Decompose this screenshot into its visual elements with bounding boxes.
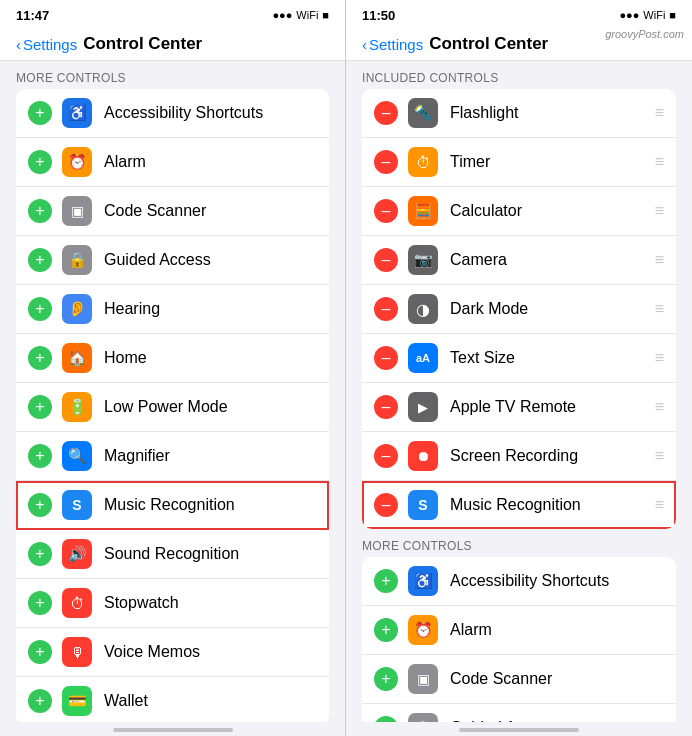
- list-item-calculator[interactable]: – 🧮 Calculator ≡: [362, 187, 676, 236]
- list-item-hearing[interactable]: + 👂 Hearing: [16, 285, 329, 334]
- signal-icon-right: ●●●: [619, 9, 639, 21]
- item-label-camera: Camera: [450, 251, 647, 269]
- app-icon-camera: 📷: [408, 245, 438, 275]
- item-label-code-scanner-r: Code Scanner: [450, 670, 664, 688]
- item-label-apple-tv-remote: Apple TV Remote: [450, 398, 647, 416]
- list-item-music-recognition[interactable]: + S Music Recognition: [16, 481, 329, 530]
- time-left: 11:47: [16, 8, 49, 23]
- list-item-camera[interactable]: – 📷 Camera ≡: [362, 236, 676, 285]
- list-item-code-scanner-r[interactable]: + ▣ Code Scanner: [362, 655, 676, 704]
- back-chevron-left: ‹: [16, 36, 21, 53]
- status-bar-right: 11:50 ●●● WiFi ■: [346, 0, 692, 28]
- list-item-voice-memos[interactable]: + 🎙 Voice Memos: [16, 628, 329, 677]
- app-icon-flashlight: 🔦: [408, 98, 438, 128]
- app-icon-hearing: 👂: [62, 294, 92, 324]
- back-button-right[interactable]: ‹ Settings: [362, 36, 423, 53]
- list-item-dark-mode[interactable]: – ◑ Dark Mode ≡: [362, 285, 676, 334]
- page-title-right: Control Center: [429, 34, 548, 54]
- add-btn-music-recognition[interactable]: +: [28, 493, 52, 517]
- list-item-accessibility-shortcuts-r[interactable]: + ♿ Accessibility Shortcuts: [362, 557, 676, 606]
- list-item-home[interactable]: + 🏠 Home: [16, 334, 329, 383]
- list-item-wallet[interactable]: + 💳 Wallet: [16, 677, 329, 722]
- add-btn-code-scanner-r[interactable]: +: [374, 667, 398, 691]
- list-item-screen-recording[interactable]: – ⏺ Screen Recording ≡: [362, 432, 676, 481]
- app-icon-wallet: 💳: [62, 686, 92, 716]
- drag-handle-screen-recording[interactable]: ≡: [655, 447, 664, 465]
- add-btn-home[interactable]: +: [28, 346, 52, 370]
- app-icon-sound-recognition: 🔊: [62, 539, 92, 569]
- app-icon-low-power-mode: 🔋: [62, 392, 92, 422]
- remove-btn-screen-recording[interactable]: –: [374, 444, 398, 468]
- remove-btn-calculator[interactable]: –: [374, 199, 398, 223]
- app-icon-dark-mode: ◑: [408, 294, 438, 324]
- more-section-header-right: MORE CONTROLS: [346, 529, 692, 557]
- list-item-apple-tv-remote[interactable]: – ▶ Apple TV Remote ≡: [362, 383, 676, 432]
- add-btn-guided-access[interactable]: +: [28, 248, 52, 272]
- remove-btn-timer[interactable]: –: [374, 150, 398, 174]
- drag-handle-flashlight[interactable]: ≡: [655, 104, 664, 122]
- add-btn-alarm[interactable]: +: [28, 150, 52, 174]
- add-btn-sound-recognition[interactable]: +: [28, 542, 52, 566]
- list-item-stopwatch[interactable]: + ⏱ Stopwatch: [16, 579, 329, 628]
- item-label-text-size: Text Size: [450, 349, 647, 367]
- status-icons-left: ●●● WiFi ■: [272, 9, 329, 21]
- list-item-code-scanner[interactable]: + ▣ Code Scanner: [16, 187, 329, 236]
- add-btn-code-scanner[interactable]: +: [28, 199, 52, 223]
- list-item-alarm-r[interactable]: + ⏰ Alarm: [362, 606, 676, 655]
- add-btn-alarm-r[interactable]: +: [374, 618, 398, 642]
- list-item-alarm[interactable]: + ⏰ Alarm: [16, 138, 329, 187]
- add-btn-hearing[interactable]: +: [28, 297, 52, 321]
- item-label-guided-access: Guided Access: [104, 251, 317, 269]
- add-btn-voice-memos[interactable]: +: [28, 640, 52, 664]
- add-btn-accessibility-shortcuts-r[interactable]: +: [374, 569, 398, 593]
- list-item-sound-recognition[interactable]: + 🔊 Sound Recognition: [16, 530, 329, 579]
- app-icon-magnifier: 🔍: [62, 441, 92, 471]
- more-controls-list-right: + ♿ Accessibility Shortcuts + ⏰ Alarm + …: [362, 557, 676, 722]
- watermark: groovyPost.com: [605, 28, 684, 40]
- remove-btn-text-size[interactable]: –: [374, 346, 398, 370]
- back-button-left[interactable]: ‹ Settings: [16, 36, 77, 53]
- drag-handle-text-size[interactable]: ≡: [655, 349, 664, 367]
- list-item-guided-access[interactable]: + 🔒 Guided Access: [16, 236, 329, 285]
- list-item-accessibility-shortcuts[interactable]: + ♿ Accessibility Shortcuts: [16, 89, 329, 138]
- list-item-timer[interactable]: – ⏱ Timer ≡: [362, 138, 676, 187]
- app-icon-music-recognition: S: [62, 490, 92, 520]
- add-btn-magnifier[interactable]: +: [28, 444, 52, 468]
- item-label-code-scanner: Code Scanner: [104, 202, 317, 220]
- add-btn-accessibility-shortcuts[interactable]: +: [28, 101, 52, 125]
- item-label-dark-mode: Dark Mode: [450, 300, 647, 318]
- app-icon-alarm: ⏰: [62, 147, 92, 177]
- remove-btn-dark-mode[interactable]: –: [374, 297, 398, 321]
- add-btn-guided-access-r[interactable]: +: [374, 716, 398, 722]
- remove-btn-apple-tv-remote[interactable]: –: [374, 395, 398, 419]
- drag-handle-timer[interactable]: ≡: [655, 153, 664, 171]
- drag-handle-music-recognition-inc[interactable]: ≡: [655, 496, 664, 514]
- drag-handle-apple-tv-remote[interactable]: ≡: [655, 398, 664, 416]
- list-item-text-size[interactable]: – aA Text Size ≡: [362, 334, 676, 383]
- drag-handle-calculator[interactable]: ≡: [655, 202, 664, 220]
- list-item-music-recognition-inc[interactable]: – S Music Recognition ≡: [362, 481, 676, 529]
- left-panel: 11:47 ●●● WiFi ■ ‹ Settings Control Cent…: [0, 0, 346, 736]
- add-btn-stopwatch[interactable]: +: [28, 591, 52, 615]
- app-icon-guided-access-r: 🔒: [408, 713, 438, 722]
- nav-bar-left: ‹ Settings Control Center: [0, 28, 345, 61]
- app-icon-code-scanner-r: ▣: [408, 664, 438, 694]
- drag-handle-dark-mode[interactable]: ≡: [655, 300, 664, 318]
- item-label-hearing: Hearing: [104, 300, 317, 318]
- list-item-guided-access-r[interactable]: + 🔒 Guided Access: [362, 704, 676, 722]
- add-btn-low-power-mode[interactable]: +: [28, 395, 52, 419]
- remove-btn-camera[interactable]: –: [374, 248, 398, 272]
- remove-btn-flashlight[interactable]: –: [374, 101, 398, 125]
- drag-handle-camera[interactable]: ≡: [655, 251, 664, 269]
- add-btn-wallet[interactable]: +: [28, 689, 52, 713]
- page-title-left: Control Center: [83, 34, 202, 54]
- back-chevron-right: ‹: [362, 36, 367, 53]
- list-item-low-power-mode[interactable]: + 🔋 Low Power Mode: [16, 383, 329, 432]
- list-item-flashlight[interactable]: – 🔦 Flashlight ≡: [362, 89, 676, 138]
- scroll-area-left[interactable]: MORE CONTROLS + ♿ Accessibility Shortcut…: [0, 61, 345, 722]
- app-icon-apple-tv-remote: ▶: [408, 392, 438, 422]
- scroll-area-right[interactable]: INCLUDED CONTROLS – 🔦 Flashlight ≡ – ⏱ T…: [346, 61, 692, 722]
- home-indicator-right: [459, 728, 579, 732]
- remove-btn-music-recognition-inc[interactable]: –: [374, 493, 398, 517]
- list-item-magnifier[interactable]: + 🔍 Magnifier: [16, 432, 329, 481]
